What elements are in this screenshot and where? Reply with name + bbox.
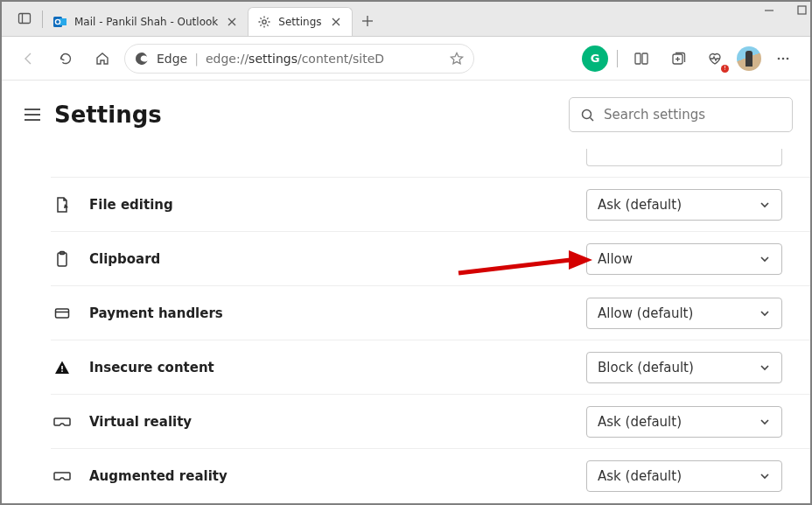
row-label: Insecure content	[89, 360, 214, 375]
profile-avatar[interactable]	[737, 46, 761, 71]
toolbar: Edge | edge://settings/content/siteD G !	[2, 37, 810, 81]
permissions-list: File editing Ask (default) Clipboard All…	[2, 149, 810, 502]
previous-row-select-stub[interactable]	[586, 149, 782, 166]
permission-row-ar: Augmented reality Ask (default)	[51, 448, 810, 502]
chevron-down-icon	[759, 416, 771, 428]
tab-title: Settings	[278, 16, 321, 28]
permission-select[interactable]: Ask (default)	[586, 460, 782, 492]
warning-icon	[51, 356, 74, 379]
edge-logo-icon	[134, 51, 150, 67]
file-edit-icon	[51, 193, 74, 216]
vr-headset-icon	[51, 410, 74, 433]
svg-point-20	[782, 57, 785, 60]
collections-icon[interactable]	[663, 44, 693, 74]
notification-badge: !	[721, 65, 729, 73]
permission-row-file-editing: File editing Ask (default)	[51, 177, 810, 231]
back-button[interactable]	[14, 44, 44, 74]
svg-point-21	[787, 57, 789, 60]
vertical-tabs-toggle[interactable]	[9, 1, 40, 36]
permission-select[interactable]: Ask (default)	[586, 406, 782, 438]
window-controls	[764, 5, 807, 16]
svg-line-26	[591, 117, 594, 121]
home-button[interactable]	[88, 44, 117, 74]
maximize-button[interactable]	[797, 5, 807, 16]
tab-strip: Mail - Pankil Shah - Outlook Settings	[2, 2, 382, 36]
row-label: Clipboard	[89, 251, 160, 267]
permission-select[interactable]: Allow	[586, 243, 782, 275]
svg-rect-32	[61, 370, 63, 372]
gear-icon	[257, 15, 271, 29]
row-label: Augmented reality	[89, 468, 228, 484]
chevron-down-icon	[759, 307, 771, 319]
more-menu-button[interactable]	[768, 44, 798, 74]
settings-header: Settings	[2, 81, 810, 149]
chevron-down-icon	[759, 361, 771, 374]
tab-title: Mail - Pankil Shah - Outlook	[74, 16, 218, 28]
divider	[42, 11, 43, 28]
edge-label: Edge	[157, 52, 187, 66]
svg-rect-15	[642, 53, 648, 64]
address-bar[interactable]: Edge | edge://settings/content/siteD	[124, 44, 474, 74]
page-title: Settings	[54, 102, 162, 128]
chevron-down-icon	[759, 199, 771, 211]
svg-rect-29	[56, 309, 69, 318]
permission-row-insecure: Insecure content Block (default)	[51, 340, 810, 394]
refresh-button[interactable]	[51, 44, 80, 74]
url-text: edge://settings/content/siteD	[206, 52, 384, 66]
svg-rect-13	[798, 6, 806, 14]
outlook-icon	[53, 15, 67, 29]
permission-select[interactable]: Ask (default)	[586, 189, 782, 221]
row-label: Virtual reality	[89, 414, 192, 430]
tab-outlook[interactable]: Mail - Pankil Shah - Outlook	[45, 7, 248, 36]
svg-point-25	[583, 109, 592, 118]
health-icon[interactable]: !	[700, 44, 730, 74]
permission-row-vr: Virtual reality Ask (default)	[51, 394, 810, 448]
chevron-down-icon	[759, 253, 771, 265]
divider: |	[194, 52, 199, 66]
svg-rect-31	[61, 366, 63, 369]
clipboard-icon	[51, 248, 74, 270]
svg-point-7	[262, 20, 266, 24]
permission-select[interactable]: Block (default)	[586, 352, 782, 383]
minimize-button[interactable]	[764, 5, 774, 16]
new-tab-button[interactable]	[353, 6, 382, 36]
select-value: Ask (default)	[598, 468, 682, 484]
select-value: Allow (default)	[598, 305, 693, 321]
svg-rect-14	[635, 53, 640, 64]
svg-rect-0	[19, 14, 31, 24]
payment-icon	[51, 302, 74, 325]
favorite-icon[interactable]	[449, 51, 465, 67]
select-value: Ask (default)	[598, 197, 682, 213]
search-input[interactable]	[604, 107, 781, 123]
close-icon[interactable]	[329, 15, 343, 29]
grammarly-extension-icon[interactable]: G	[582, 46, 608, 72]
permission-row-clipboard: Clipboard Allow	[51, 231, 810, 285]
divider	[617, 50, 618, 67]
permission-row-payment: Payment handlers Allow (default)	[51, 285, 810, 340]
select-value: Block (default)	[598, 360, 694, 375]
permission-select[interactable]: Allow (default)	[586, 298, 782, 329]
search-settings[interactable]	[569, 97, 793, 132]
split-screen-icon[interactable]	[626, 44, 656, 74]
menu-button[interactable]	[18, 100, 47, 130]
vr-headset-icon	[51, 465, 74, 487]
tab-settings[interactable]: Settings	[248, 7, 352, 36]
titlebar: Mail - Pankil Shah - Outlook Settings	[2, 2, 810, 37]
row-label: File editing	[89, 197, 173, 213]
close-icon[interactable]	[225, 15, 239, 29]
search-icon	[580, 108, 595, 123]
select-value: Allow	[598, 251, 633, 267]
svg-point-19	[778, 57, 780, 60]
row-label: Payment handlers	[89, 305, 223, 321]
select-value: Ask (default)	[598, 414, 682, 430]
chevron-down-icon	[759, 470, 771, 482]
